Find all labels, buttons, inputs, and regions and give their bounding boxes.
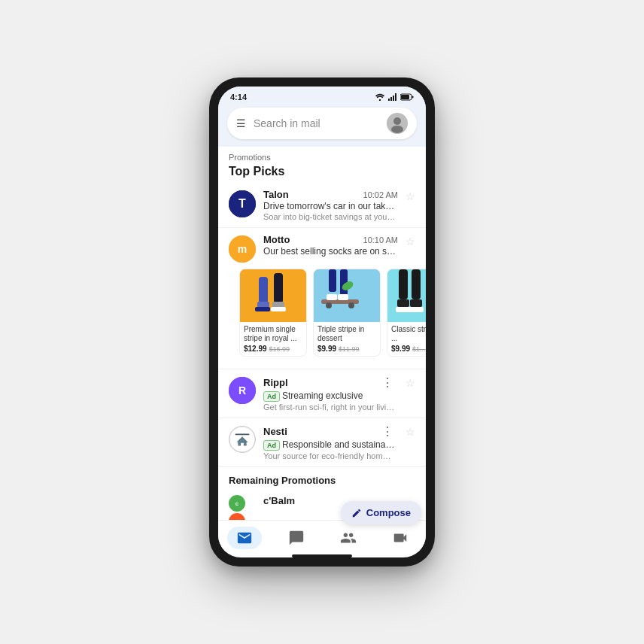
svg-rect-29: [338, 294, 348, 300]
status-time: 4:14: [230, 93, 247, 102]
product-info-0: Premium single stripe in royal ... $12.9…: [240, 322, 306, 356]
price-new-0: $12.99: [244, 345, 267, 353]
nesti-ad-badge: Ad: [263, 440, 280, 451]
nesti-sender: Nesti: [263, 426, 287, 437]
talon-subject: Drive tomorrow's car in our takeoff even…: [263, 201, 398, 211]
svg-rect-41: [235, 433, 250, 435]
talon-preview: Soar into big-ticket savings at your loc…: [263, 212, 398, 221]
section-label: Promotions: [218, 147, 426, 163]
price-old-2: $1...: [412, 345, 426, 353]
svg-rect-7: [412, 96, 414, 99]
email-card-talon[interactable]: T Talon 10:02 AM Drive tomorrow's car in…: [218, 183, 426, 228]
svg-rect-34: [397, 299, 409, 307]
cbalm-avatars: c R: [229, 495, 256, 520]
nav-meet[interactable]: [383, 527, 418, 549]
svg-rect-3: [393, 96, 394, 101]
nav-spaces[interactable]: [331, 527, 366, 549]
email-card-nesti[interactable]: Nesti ⋮ AdResponsible and sustainable de…: [218, 418, 426, 467]
rippl-preview: Get first-run sci-fi, right in your livi…: [263, 402, 395, 412]
svg-rect-1: [388, 99, 390, 101]
talon-email-body: Talon 10:02 AM Drive tomorrow's car in o…: [263, 189, 398, 221]
sender-avatar-talon: T: [229, 190, 256, 217]
cbalm-avatar-1: c: [229, 495, 245, 512]
talon-sender: Talon: [263, 189, 289, 200]
bottom-nav: [218, 520, 426, 552]
email-card-motto[interactable]: m Motto 10:10 AM Our best selling socks …: [218, 228, 426, 369]
svg-rect-18: [257, 302, 269, 308]
phone-screen: 4:14: [218, 87, 426, 557]
nesti-email-body: Nesti ⋮ AdResponsible and sustainable de…: [263, 424, 395, 460]
sender-avatar-nesti: [229, 426, 256, 453]
nesti-preview: Your source for eco-friendly home decor: [263, 451, 395, 460]
svg-point-9: [393, 117, 401, 125]
rippl-menu[interactable]: ⋮: [380, 375, 395, 390]
hamburger-icon[interactable]: ☰: [236, 117, 246, 129]
product-card-1[interactable]: Triple stripe in dessert $9.99 $11.99: [313, 269, 381, 357]
svg-point-27: [348, 302, 354, 308]
nesti-subject: AdResponsible and sustainable designs: [263, 439, 395, 451]
svg-rect-2: [390, 97, 392, 101]
compose-label: Compose: [366, 507, 411, 518]
talon-time: 10:02 AM: [363, 190, 398, 199]
status-icons: [375, 93, 414, 101]
product-info-1: Triple stripe in dessert $9.99 $11.99: [314, 322, 380, 356]
svg-rect-6: [401, 95, 409, 99]
phone-shell: 4:14: [209, 77, 435, 567]
svg-rect-17: [274, 273, 283, 303]
svg-rect-4: [395, 93, 396, 101]
svg-text:R: R: [238, 384, 246, 396]
nesti-star[interactable]: ☆: [406, 426, 415, 438]
rippl-subject: AdStreaming exclusive: [263, 390, 395, 402]
motto-subject: Our best selling socks are on sale: [263, 246, 398, 257]
svg-rect-35: [410, 299, 422, 307]
motto-star[interactable]: ☆: [406, 235, 415, 248]
rippl-sender: Rippl: [263, 377, 288, 388]
nesti-menu[interactable]: ⋮: [380, 424, 395, 439]
motto-time: 10:10 AM: [363, 235, 398, 245]
motto-email-body: Motto 10:10 AM Our best selling socks ar…: [263, 234, 398, 257]
sender-avatar-rippl: R: [229, 377, 256, 404]
compose-icon: [351, 508, 362, 518]
talon-star[interactable]: ☆: [406, 190, 415, 202]
rippl-star[interactable]: ☆: [406, 377, 415, 389]
search-input[interactable]: Search in mail: [254, 117, 379, 129]
wifi-icon: [375, 93, 385, 101]
product-cards-row[interactable]: Premium single stripe in royal ... $12.9…: [229, 263, 426, 363]
motto-sender: Motto: [263, 234, 290, 245]
svg-rect-32: [399, 269, 408, 299]
search-bar[interactable]: ☰ Search in mail: [227, 108, 417, 139]
svg-rect-19: [272, 302, 284, 308]
rippl-ad-badge: Ad: [263, 391, 280, 402]
svg-text:T: T: [238, 197, 246, 210]
avatar[interactable]: [387, 113, 408, 134]
svg-rect-21: [271, 307, 286, 311]
svg-rect-33: [412, 269, 421, 299]
compose-button[interactable]: Compose: [341, 501, 421, 524]
svg-text:m: m: [238, 243, 247, 255]
price-new-1: $9.99: [317, 345, 336, 353]
product-name-0: Premium single stripe in royal ...: [244, 325, 302, 343]
cbalm-sender: c'Balm: [263, 495, 295, 506]
product-image-1: [314, 269, 381, 322]
svg-rect-28: [327, 294, 337, 300]
price-new-2: $9.99: [391, 345, 410, 353]
nav-mail[interactable]: [227, 527, 262, 549]
svg-point-26: [326, 302, 332, 308]
remaining-label: Remaining Promotions: [218, 467, 426, 489]
status-bar: 4:14: [218, 87, 426, 105]
nav-chat[interactable]: [279, 527, 314, 549]
price-old-0: $16.99: [269, 345, 290, 353]
svg-point-0: [379, 99, 381, 101]
svg-rect-16: [259, 277, 268, 303]
battery-icon: [400, 93, 414, 101]
product-image-0: [240, 269, 307, 322]
email-card-rippl[interactable]: R Rippl ⋮ AdStreaming exclusive Get firs…: [218, 369, 426, 418]
product-card-0[interactable]: Premium single stripe in royal ... $12.9…: [239, 269, 307, 357]
search-bar-container: ☰ Search in mail: [218, 105, 426, 147]
chat-nav-icon: [288, 530, 305, 546]
meet-nav-icon: [392, 530, 409, 546]
signal-icon: [388, 93, 397, 101]
product-card-2[interactable]: Classic stripe in ... $9.99 $1...: [387, 269, 426, 357]
spaces-nav-icon: [340, 530, 357, 546]
content-area[interactable]: Promotions Top Picks T Talon 10:02 AM: [218, 147, 426, 520]
